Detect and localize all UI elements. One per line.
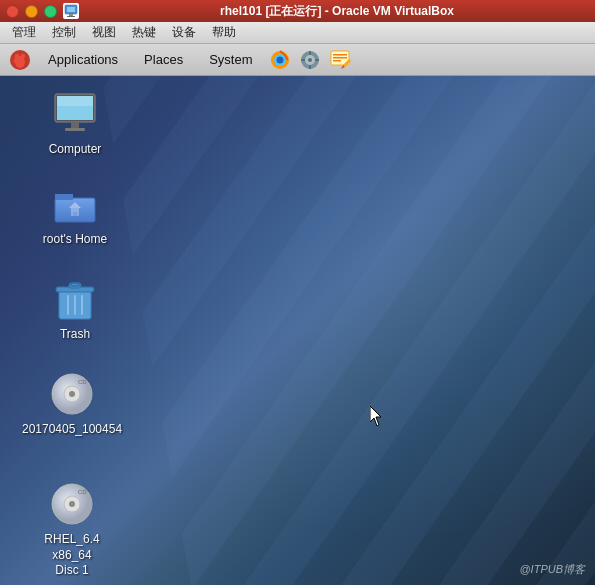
- window-title: rhel101 [正在运行] - Oracle VM VirtualBox: [85, 3, 589, 20]
- svg-rect-37: [67, 295, 69, 315]
- svg-rect-28: [71, 122, 79, 128]
- menu-control[interactable]: 控制: [44, 22, 84, 43]
- watermark: @ITPUB博客: [519, 562, 585, 577]
- disc1-icon-img: CD: [48, 370, 96, 418]
- disc1-icon[interactable]: CD 20170405_100454: [32, 366, 112, 442]
- disc1-label: 20170405_100454: [22, 422, 122, 438]
- home-label: root's Home: [43, 232, 107, 248]
- minimize-button[interactable]: [25, 5, 38, 18]
- svg-rect-21: [333, 57, 347, 59]
- trash-label: Trash: [60, 327, 90, 343]
- cursor: [370, 406, 386, 430]
- svg-rect-32: [55, 194, 73, 200]
- computer-label: Computer: [49, 142, 102, 158]
- disc2-icon[interactable]: CD RHEL_6.4 x86_64 Disc 1: [32, 476, 112, 583]
- gnome-foot-icon[interactable]: [8, 48, 32, 72]
- applications-menu[interactable]: Applications: [38, 50, 128, 69]
- desktop: Computer root's: [0, 76, 595, 585]
- svg-rect-35: [73, 212, 77, 216]
- menubar: 管理 控制 视图 热键 设备 帮助: [0, 22, 595, 44]
- system-menu[interactable]: System: [199, 50, 262, 69]
- svg-point-7: [21, 53, 25, 58]
- close-button[interactable]: [6, 5, 19, 18]
- svg-rect-29: [65, 128, 85, 131]
- svg-rect-18: [315, 59, 319, 61]
- svg-text:CD: CD: [78, 489, 87, 495]
- svg-point-51: [69, 501, 75, 507]
- menu-view[interactable]: 视图: [84, 22, 124, 43]
- home-icon-img: [51, 180, 99, 228]
- svg-text:CD: CD: [78, 379, 87, 385]
- svg-rect-20: [333, 54, 347, 56]
- trash-icon-img: [51, 275, 99, 323]
- svg-point-46: [69, 391, 75, 397]
- home-icon[interactable]: root's Home: [35, 176, 115, 252]
- svg-point-14: [308, 58, 312, 62]
- svg-rect-27: [57, 96, 93, 106]
- svg-rect-17: [301, 59, 305, 61]
- titlebar: rhel101 [正在运行] - Oracle VM VirtualBox: [0, 0, 595, 22]
- firefox-icon[interactable]: [268, 48, 292, 72]
- disc2-label: RHEL_6.4 x86_64 Disc 1: [36, 532, 108, 579]
- edit-icon[interactable]: [328, 48, 352, 72]
- svg-rect-38: [74, 295, 76, 315]
- app-icon: [63, 3, 79, 19]
- svg-point-11: [277, 56, 284, 63]
- svg-point-8: [14, 59, 17, 63]
- svg-rect-2: [69, 14, 73, 16]
- maximize-button[interactable]: [44, 5, 57, 18]
- places-menu[interactable]: Places: [134, 50, 193, 69]
- menu-manage[interactable]: 管理: [4, 22, 44, 43]
- menu-hotkey[interactable]: 热键: [124, 22, 164, 43]
- menu-devices[interactable]: 设备: [164, 22, 204, 43]
- menu-help[interactable]: 帮助: [204, 22, 244, 43]
- svg-rect-39: [81, 295, 83, 315]
- appbar: Applications Places System: [0, 44, 595, 76]
- svg-marker-53: [370, 406, 381, 426]
- computer-icon[interactable]: Computer: [35, 86, 115, 162]
- network-icon[interactable]: [298, 48, 322, 72]
- svg-rect-1: [67, 7, 75, 12]
- svg-rect-15: [309, 51, 311, 55]
- disc2-icon-img: CD: [48, 480, 96, 528]
- svg-rect-3: [67, 16, 75, 17]
- trash-icon[interactable]: Trash: [35, 271, 115, 347]
- svg-rect-22: [333, 60, 341, 62]
- computer-icon-img: [51, 90, 99, 138]
- svg-rect-16: [309, 65, 311, 69]
